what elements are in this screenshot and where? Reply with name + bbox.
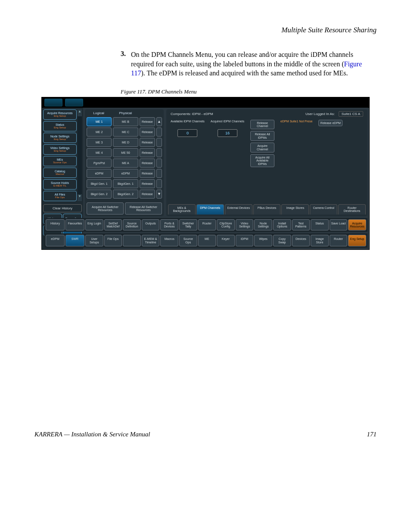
user-value: Suite1 CS A (339, 111, 363, 117)
scroll-track[interactable] (156, 128, 162, 137)
tab[interactable]: Camera Control (310, 204, 337, 215)
sidebar-scrollbar[interactable]: ▲ ▼ (78, 109, 82, 201)
menu-button[interactable]: Acquire Resources (348, 219, 366, 231)
acquire-all-button[interactable]: Acquire All Switcher Resources (87, 202, 124, 215)
menu-button[interactable]: Install Options (273, 219, 291, 231)
clear-history-button[interactable]: Clear History (43, 204, 82, 212)
resource-button[interactable]: ME C (113, 128, 138, 137)
menu-button[interactable]: Copy Swap (273, 235, 291, 246)
sidebar-item[interactable]: CatalogMacros (43, 168, 77, 178)
resource-button[interactable]: ME 3 (87, 138, 112, 147)
page-number: 171 (367, 431, 377, 438)
menu-button[interactable]: Outputs (142, 219, 160, 231)
menu-button[interactable]: Source Ops (179, 235, 197, 246)
scroll-track[interactable] (156, 148, 162, 157)
menu-button[interactable]: Video Settings (236, 219, 254, 231)
resource-button[interactable]: ME 50 (113, 148, 138, 157)
release-edpm-button[interactable]: Release eDPM (318, 120, 342, 126)
menu-button[interactable]: Switcher Tally (179, 219, 197, 231)
submenu-row-2: eDPM SWR User SetupsFile OpsE-MEM & Time… (44, 233, 367, 248)
menu-button[interactable]: Wipes (254, 235, 272, 246)
resource-button[interactable]: ME 2 (87, 128, 112, 137)
menu-button[interactable]: SetDef MatchDef (104, 219, 122, 231)
history-tab[interactable]: History (46, 219, 65, 231)
menu-button[interactable]: User Setups (85, 235, 103, 246)
resource-button[interactable]: Release (140, 190, 156, 199)
menu-button[interactable]: Test Patterns (292, 219, 310, 231)
menu-button[interactable]: Router (330, 235, 348, 246)
tab[interactable]: Router Destinations (338, 204, 366, 215)
scroll-track[interactable] (156, 169, 162, 178)
sidebar-item[interactable]: Node SettingsEng Setup (43, 133, 77, 143)
resource-button[interactable]: Release (140, 179, 156, 188)
resource-button[interactable]: Release (140, 159, 156, 168)
acquire-channel-button[interactable]: Acquire Channel (250, 143, 274, 152)
menu-button[interactable]: ME (198, 235, 216, 246)
resource-button[interactable]: BkgdGen. 2 (113, 190, 138, 199)
resource-button[interactable]: Release (140, 128, 156, 137)
menu-button[interactable]: Source Definition (123, 219, 141, 231)
menu-button[interactable]: Image Store (311, 235, 329, 246)
menu-button[interactable]: Keyer (217, 235, 235, 246)
menu-button[interactable]: iDPM (236, 235, 254, 246)
menu-button[interactable]: File Ops (104, 235, 122, 246)
scroll-track[interactable] (156, 138, 162, 147)
scroll-track[interactable] (156, 179, 162, 188)
tab[interactable]: MEs & Backgrounds (168, 204, 196, 215)
resource-button[interactable]: Release (140, 148, 156, 157)
resource-button[interactable]: ME A (113, 159, 138, 168)
menu-button[interactable]: Router (198, 219, 216, 231)
swr-tab[interactable]: SWR (65, 235, 84, 246)
scroll-down-icon[interactable]: ▼ (78, 194, 82, 201)
resource-button[interactable]: Bkgd Gen. 1 (87, 179, 112, 188)
release-channel-button[interactable]: Release Channel (250, 120, 274, 130)
acquire-all-idpm-button[interactable]: Acquire All Available iDPMs (250, 154, 274, 167)
sidebar-item[interactable]: MEsSource Ops (43, 156, 77, 166)
edpm-tab[interactable]: eDPM (46, 235, 65, 246)
menu-button[interactable]: Eng Login (85, 219, 103, 231)
resource-button[interactable]: Release (140, 169, 156, 178)
menu-button[interactable]: Ports & Devices (160, 219, 178, 231)
sidebar-item[interactable]: StatusEng Setup (43, 121, 77, 131)
section-header: Multiple Suite Resource Sharing (34, 26, 377, 34)
resource-button[interactable]: eDPM (87, 169, 112, 178)
favourites-tab[interactable]: Favourites (65, 219, 84, 231)
menu-button[interactable]: Status (311, 219, 329, 231)
tab[interactable]: DPM Channels (196, 204, 224, 215)
scroll-up-icon[interactable]: ▲ (156, 117, 162, 126)
resource-button[interactable]: Release (140, 138, 156, 147)
avail-idpm-value: 0 (177, 129, 197, 137)
menu-button[interactable]: Macros (160, 235, 178, 246)
sidebar-item[interactable]: Acquire ResourcesEng Setup (43, 109, 77, 120)
release-all-idpm-button[interactable]: Release All iDPMs (250, 131, 274, 141)
tab[interactable]: PBus Devices (253, 204, 281, 215)
scroll-down-icon[interactable]: ▼ (156, 190, 162, 199)
step-3: 3. On the DPM Channels Menu, you can rel… (121, 50, 377, 78)
resource-button[interactable]: eDPM (113, 169, 138, 178)
menu-button[interactable]: Save Load (330, 219, 348, 231)
menu-button[interactable]: E-MEM & Timeline (142, 235, 160, 246)
menu-button[interactable]: Devices (292, 235, 310, 246)
sidebar-item[interactable]: Video SettingsEng Setup (43, 144, 77, 155)
tab[interactable]: Image Stores (281, 204, 309, 215)
resource-button[interactable]: BkgdGen. 1 (113, 179, 138, 188)
resource-button[interactable]: ME B (113, 117, 138, 126)
menu-button[interactable]: Node Settings (254, 219, 272, 231)
topbar-blank (44, 99, 62, 106)
resource-button[interactable]: ME 1 (87, 117, 112, 126)
sidebar-item[interactable]: Source HoldsE-MEM T/L (43, 179, 77, 190)
tab[interactable]: External Devices (225, 204, 252, 215)
sidebar-item[interactable]: All FilesFile Ops (43, 191, 77, 201)
scroll-track[interactable] (156, 159, 162, 168)
menu-button[interactable]: ClipStore Config (217, 219, 235, 231)
resource-button[interactable]: Pgm/Pst (87, 159, 112, 168)
screenshot-dpm-menu: Acquire ResourcesEng SetupStatusEng Setu… (41, 97, 370, 250)
resource-button[interactable]: ME D (113, 138, 138, 147)
menu-button[interactable]: Eng Setup (348, 235, 366, 246)
resource-button[interactable]: Bkgd Gen. 2 (87, 190, 112, 199)
release-all-button[interactable]: Release All Switcher Resources (125, 202, 162, 215)
scroll-up-icon[interactable]: ▲ (78, 109, 82, 116)
main-area: Logical Physical ME 1ME BRelease▲ME 2ME … (83, 108, 369, 249)
resource-button[interactable]: ME 4 (87, 148, 112, 157)
resource-button[interactable]: Release (140, 117, 156, 126)
